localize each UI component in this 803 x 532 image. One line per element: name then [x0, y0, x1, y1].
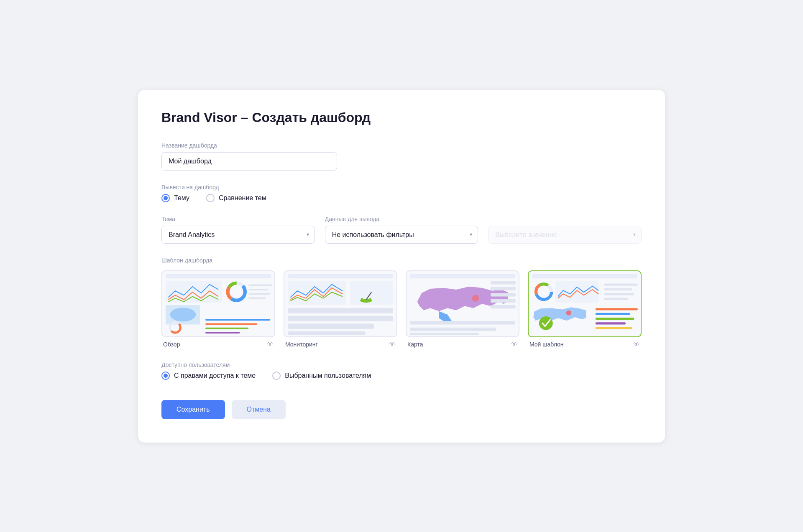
buttons-row: Сохранить Отмена: [161, 400, 642, 419]
eye-icon-map[interactable]: 👁: [511, 341, 518, 348]
svg-rect-24: [288, 323, 374, 328]
svg-rect-15: [205, 323, 257, 325]
svg-rect-26: [410, 274, 515, 278]
radio-topic-option[interactable]: Тему: [161, 194, 189, 202]
svg-rect-44: [604, 293, 634, 295]
access-topic-label: С правами доступа к теме: [174, 372, 256, 379]
save-button[interactable]: Сохранить: [161, 400, 225, 419]
display-radio-group: Тему Сравнение тем: [161, 194, 642, 202]
svg-rect-50: [596, 322, 626, 324]
svg-rect-6: [248, 284, 272, 286]
topic-label: Тема: [161, 216, 315, 222]
page-title: Brand Visor – Создать дашборд: [161, 110, 642, 125]
template-thumb-my: [528, 270, 642, 337]
eye-icon-monitoring[interactable]: 👁: [389, 341, 396, 348]
svg-rect-28: [491, 281, 516, 284]
access-topic-option[interactable]: С правами доступа к теме: [161, 372, 256, 380]
svg-point-27: [472, 295, 479, 301]
template-item-map[interactable]: Карта 👁: [406, 270, 519, 348]
template-footer-map: Карта 👁: [406, 341, 519, 348]
data-label: Данные для вывода: [325, 216, 478, 222]
svg-rect-47: [596, 308, 638, 310]
topic-select-box: Brand Analytics ▾: [161, 226, 315, 244]
template-footer-my: Мой шаблон 👁: [528, 341, 642, 348]
svg-rect-17: [205, 332, 240, 333]
create-dashboard-card: Brand Visor – Создать дашборд Название д…: [138, 90, 665, 443]
dashboard-name-label: Название дашборда: [161, 142, 642, 149]
data-select-box: Не использовать фильтры ▾: [325, 226, 478, 244]
svg-rect-45: [604, 298, 628, 300]
template-thumb-map: [406, 270, 519, 337]
svg-rect-25: [288, 331, 366, 334]
svg-rect-49: [596, 317, 634, 319]
filter-select[interactable]: Выберите значение: [488, 226, 642, 244]
radio-compare-option[interactable]: Сравнение тем: [206, 194, 266, 202]
svg-rect-7: [248, 288, 268, 290]
svg-rect-9: [248, 297, 266, 299]
radio-compare-indicator: [206, 194, 215, 202]
template-name-overview: Обзор: [163, 341, 180, 348]
templates-grid: Обзор 👁: [161, 270, 642, 348]
template-item-my[interactable]: Мой шаблон 👁: [528, 270, 642, 348]
cancel-button[interactable]: Отмена: [232, 400, 286, 419]
radio-compare-label: Сравнение тем: [219, 194, 266, 202]
template-name-monitoring: Мониторинг: [285, 341, 318, 348]
templates-section: Шаблон дашборда: [161, 257, 642, 348]
data-select[interactable]: Не использовать фильтры: [325, 226, 478, 244]
radio-topic-indicator: [161, 194, 170, 202]
svg-rect-43: [604, 288, 632, 290]
template-footer-monitoring: Мониторинг 👁: [284, 341, 397, 348]
svg-rect-34: [410, 327, 496, 331]
template-footer-overview: Обзор 👁: [161, 341, 275, 348]
svg-rect-35: [410, 333, 479, 335]
svg-rect-51: [596, 327, 632, 329]
svg-point-52: [539, 316, 553, 330]
svg-rect-36: [532, 274, 637, 278]
templates-label: Шаблон дашборда: [161, 257, 642, 264]
display-label: Вывести на дашборд: [161, 184, 642, 191]
svg-rect-33: [410, 321, 515, 324]
access-topic-indicator: [161, 372, 170, 380]
access-selected-indicator: [272, 372, 281, 380]
filter-select-box: Выберите значение ▾: [488, 226, 642, 244]
access-selected-label: Выбранным пользователям: [285, 372, 371, 379]
svg-rect-23: [288, 316, 393, 321]
filter-dropdown-wrapper: Выберите значение ▾: [488, 226, 642, 244]
svg-point-11: [170, 308, 196, 321]
template-thumb-monitoring: [284, 270, 397, 337]
svg-rect-22: [288, 308, 393, 313]
svg-rect-18: [288, 274, 393, 278]
dropdowns-row: Тема Brand Analytics ▾ Данные для вывода…: [161, 216, 642, 244]
svg-rect-31: [491, 299, 516, 302]
template-item-monitoring[interactable]: Мониторинг 👁: [284, 270, 397, 348]
access-selected-option[interactable]: Выбранным пользователям: [272, 372, 371, 380]
topic-dropdown-wrapper: Тема Brand Analytics ▾: [161, 216, 315, 244]
display-section: Вывести на дашборд Тему Сравнение тем: [161, 184, 642, 202]
svg-point-46: [566, 310, 571, 315]
svg-rect-32: [491, 305, 516, 308]
template-thumb-overview: [161, 270, 275, 337]
svg-rect-19: [288, 281, 346, 305]
svg-rect-16: [205, 327, 248, 329]
data-dropdown-wrapper: Данные для вывода Не использовать фильтр…: [325, 216, 478, 244]
radio-topic-label: Тему: [174, 194, 189, 202]
svg-rect-48: [596, 313, 630, 315]
dropdowns-section: Тема Brand Analytics ▾ Данные для вывода…: [161, 216, 642, 244]
dashboard-name-section: Название дашборда: [161, 142, 642, 171]
template-name-my: Мой шаблон: [529, 341, 564, 348]
dashboard-name-input[interactable]: [161, 152, 337, 171]
access-label: Доступно пользователям: [161, 361, 642, 368]
topic-select[interactable]: Brand Analytics: [161, 226, 315, 244]
eye-icon-overview[interactable]: 👁: [267, 341, 274, 348]
eye-icon-my[interactable]: 👁: [633, 341, 640, 348]
access-section: Доступно пользователям С правами доступа…: [161, 361, 642, 380]
template-item-overview[interactable]: Обзор 👁: [161, 270, 275, 348]
svg-rect-8: [248, 293, 270, 295]
svg-rect-42: [604, 283, 637, 285]
svg-rect-29: [491, 287, 516, 290]
access-radio-group: С правами доступа к теме Выбранным польз…: [161, 372, 642, 380]
svg-rect-14: [205, 319, 270, 321]
svg-rect-30: [491, 293, 516, 296]
svg-rect-0: [166, 274, 271, 278]
template-name-map: Карта: [407, 341, 423, 348]
